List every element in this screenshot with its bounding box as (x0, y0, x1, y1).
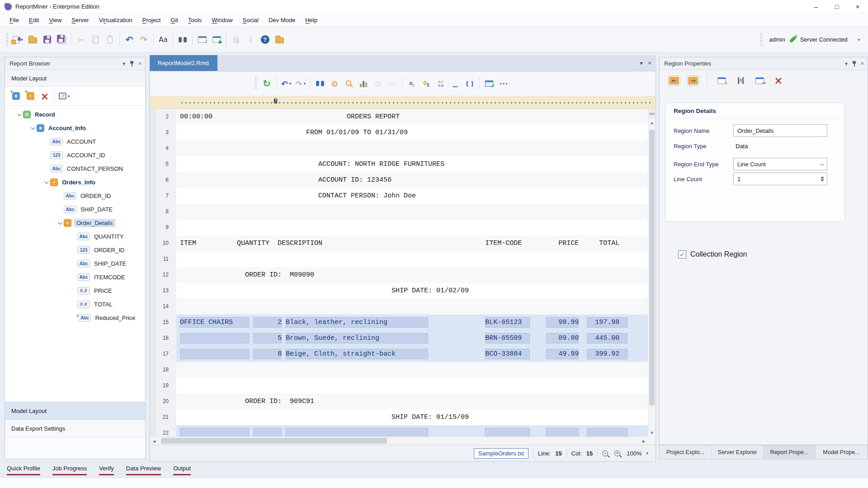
tree-node-order_id[interactable]: AbcORDER_ID (5, 189, 145, 202)
panel-menu-button[interactable]: ▾ (123, 61, 125, 67)
panel-tab-project-explo-[interactable]: Project Explo... (660, 446, 712, 459)
nav-data-export-settings[interactable]: Data Export Settings (5, 419, 145, 437)
save-all-button[interactable] (54, 33, 69, 47)
report-line-17[interactable]: 17 8 Beige, Cloth, straight-back BCO-338… (150, 346, 656, 362)
field-highlight[interactable]: BLK-65123 (485, 317, 530, 328)
more-options-button[interactable]: ••• (496, 76, 511, 91)
font-button[interactable]: Aa (156, 33, 170, 47)
report-line-22[interactable]: 22 (150, 425, 656, 436)
add-append-region-button[interactable] (23, 89, 38, 103)
field-highlight[interactable]: 49.99 (546, 349, 579, 359)
next-region-button[interactable]: → (686, 73, 700, 88)
zoom-out-icon[interactable]: − (602, 450, 608, 456)
add-data-region-button[interactable] (9, 89, 23, 103)
menu-file[interactable]: File (5, 14, 24, 27)
horizontal-scrollbar[interactable]: ◄ ► (150, 436, 648, 445)
scroll-up-button[interactable]: ▲ (648, 119, 656, 127)
menu-window[interactable]: Window (207, 14, 237, 27)
chevron-expand-icon[interactable] (55, 221, 64, 225)
tree-node-order_details[interactable]: Order_Details (5, 216, 145, 230)
field-highlight[interactable] (485, 428, 530, 436)
menu-virtualization[interactable]: Virtualization (94, 14, 137, 27)
undo-button[interactable]: ↶ (122, 33, 137, 47)
tree-node-reduced_price[interactable]: xAbcReduced_Price (5, 311, 145, 324)
bottom-tab-data-preview[interactable]: Data Preview (126, 465, 161, 475)
panel-menu-button[interactable]: ▾ (845, 61, 848, 67)
zoom-in-icon[interactable]: + (614, 450, 620, 456)
field-highlight[interactable] (286, 428, 428, 436)
close-document-button[interactable]: × (648, 60, 651, 66)
panel-tab-report-prope-[interactable]: Report Prope... (764, 446, 816, 459)
split-document-handle[interactable] (648, 109, 656, 119)
stepper-up-icon[interactable] (821, 174, 824, 178)
collection-region-checkbox[interactable]: ✓ (678, 250, 686, 258)
menu-dev-mode[interactable]: Dev Mode (264, 14, 300, 27)
report-line-13[interactable]: 13 SHIP DATE: 01/02/09 (150, 283, 656, 299)
close-button[interactable]: × (138, 61, 142, 67)
menu-tools[interactable]: Tools (183, 14, 207, 27)
chevron-expand-icon[interactable] (41, 181, 50, 184)
tab-list-button[interactable]: ▾ (640, 60, 642, 66)
tree-node-order_id[interactable]: 123ORDER_ID (5, 243, 145, 257)
report-line-9[interactable]: 9 (150, 220, 656, 235)
undo-button[interactable]: ↶▾ (279, 76, 293, 91)
field-highlight[interactable]: 2 (253, 317, 282, 328)
find-button[interactable] (313, 76, 327, 91)
tree-node-ship_date[interactable]: AbcSHIP_DATE (5, 202, 145, 216)
menu-edit[interactable]: Edit (24, 14, 44, 27)
field-highlight[interactable] (180, 428, 249, 436)
merge-region-button[interactable] (733, 73, 748, 88)
menu-help[interactable]: Help (300, 14, 322, 27)
report-line-5[interactable]: 5 ACCOUNT: NORTH RIDGE FURNITURES (150, 156, 656, 172)
minimize-button[interactable]: – (806, 0, 826, 14)
stepper-down-icon[interactable] (821, 179, 824, 183)
document-tab[interactable]: ReportModel2.Rmd (150, 55, 217, 71)
pin-button[interactable] (852, 61, 856, 67)
redo-button[interactable]: ↷▾ (293, 76, 308, 91)
find-button[interactable] (175, 33, 190, 47)
report-line-18[interactable]: 18 (150, 362, 656, 378)
maximize-button[interactable]: □ (826, 0, 847, 14)
report-line-11[interactable]: 11 (150, 251, 656, 267)
report-line-10[interactable]: 10ITEM QUANTITY DESCRIPTION ITEM-CODE PR… (150, 235, 656, 251)
field-highlight[interactable]: 445.00 (587, 333, 627, 343)
pattern-alnum-button[interactable]: a-z0-9 (434, 76, 448, 91)
tree-node-orders_info[interactable]: Orders_Info (5, 175, 145, 189)
redo-button[interactable]: ↷ (137, 33, 151, 47)
close-button[interactable]: × (861, 61, 864, 67)
source-file-badge[interactable]: SampleOrders.txt (474, 448, 528, 459)
tree-node-account_id[interactable]: 123ACCOUNT_ID (5, 148, 145, 162)
report-line-20[interactable]: 20 ORDER ID: 909C91 (150, 394, 656, 409)
report-line-2[interactable]: 200:00:00 ORDERS REPORT (150, 109, 656, 125)
close-button[interactable]: × (847, 0, 868, 14)
menu-server[interactable]: Server (66, 14, 94, 27)
report-line-15[interactable]: 15OFFICE CHAIRS 2 Black, leather, reclin… (150, 314, 656, 330)
nav-model-layout[interactable]: Model Layout (5, 402, 145, 419)
open-recent-button[interactable] (272, 33, 287, 47)
tree-node-account_info[interactable]: Account_Info (5, 121, 145, 135)
data-preview-button[interactable]: ▶ (209, 33, 224, 47)
scroll-right-button[interactable]: ► (640, 437, 648, 445)
field-highlight[interactable]: 98.99 (546, 317, 579, 328)
open-button[interactable] (25, 33, 40, 47)
panel-tab-model-prope-[interactable]: Model Prope... (816, 446, 868, 459)
report-line-8[interactable]: 8 (150, 204, 656, 220)
tree-node-account[interactable]: AbcACCOUNT (5, 135, 145, 148)
refresh-button[interactable]: ↻ (259, 76, 274, 91)
previous-region-button[interactable]: ← (667, 73, 681, 88)
menu-git[interactable]: Git (165, 14, 183, 27)
delete-node-button[interactable]: × (38, 89, 52, 103)
goto-region-button[interactable]: → (752, 73, 767, 88)
region-end-type-dropdown[interactable]: Line Count (733, 158, 827, 170)
field-highlight[interactable]: 89.00 (546, 333, 579, 343)
tree-node-contact_person[interactable]: AbcCONTACT_PERSON (5, 162, 145, 175)
export-to-table-button[interactable]: ✓ (482, 76, 496, 91)
chevron-expand-icon[interactable] (28, 127, 37, 130)
toolbar-overflow-button[interactable]: ▾ (858, 38, 860, 42)
bottom-tab-quick-profile[interactable]: Quick Profile (7, 465, 40, 475)
menu-project[interactable]: Project (137, 14, 165, 27)
report-line-12[interactable]: 12 ORDER ID: M09090 (150, 267, 656, 283)
report-line-6[interactable]: 6 ACCOUNT ID: 123456 (150, 172, 656, 188)
show-whitespace-button[interactable]: ▁ (448, 76, 462, 91)
bottom-tab-job-progress[interactable]: Job Progress (52, 465, 87, 475)
